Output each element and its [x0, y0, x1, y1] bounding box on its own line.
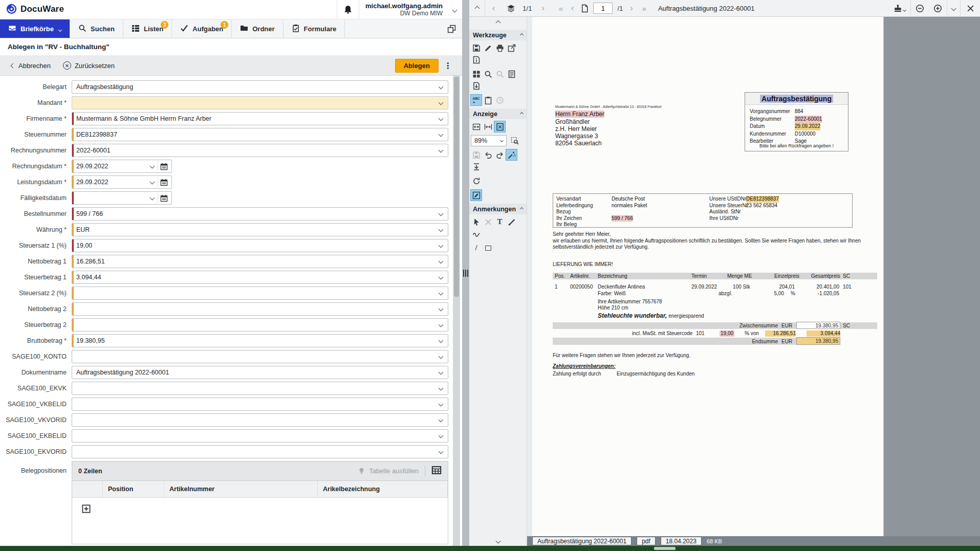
- scroll-end-icon[interactable]: [471, 161, 482, 172]
- edit-annotations-icon[interactable]: [471, 190, 482, 201]
- chevron-down-icon[interactable]: [439, 433, 444, 438]
- panel-header-werkzeuge[interactable]: Werkzeuge: [469, 30, 527, 40]
- save-icon[interactable]: [471, 42, 482, 53]
- more-options-button[interactable]: ⋮: [439, 61, 457, 71]
- download-page-icon[interactable]: [471, 80, 482, 91]
- zoom-level-select[interactable]: 89%: [471, 135, 507, 146]
- field-nettobetrag-1[interactable]: 16.286,51: [72, 255, 448, 268]
- chevron-down-icon[interactable]: [439, 100, 444, 105]
- pane-splitter[interactable]: [462, 0, 469, 546]
- field-sage100-ekbelid[interactable]: [72, 429, 448, 443]
- tab-listen[interactable]: Listen3: [123, 19, 172, 38]
- chevron-down-icon[interactable]: [439, 370, 444, 375]
- rectangle-annotation-icon[interactable]: [483, 243, 493, 253]
- status-file-type[interactable]: pdf: [637, 537, 656, 545]
- last-page-button[interactable]: »: [638, 0, 651, 17]
- chevron-down-icon[interactable]: [150, 164, 155, 169]
- field-steuerbetrag-2[interactable]: [72, 318, 448, 332]
- first-page-button[interactable]: «: [552, 0, 567, 17]
- chevron-down-icon[interactable]: [439, 449, 444, 454]
- field-sage100-vkvorid[interactable]: [72, 413, 448, 427]
- auto-enhance-icon[interactable]: [506, 149, 517, 160]
- area-zoom-icon[interactable]: [509, 135, 520, 146]
- cancel-button[interactable]: Abbrechen: [5, 56, 57, 75]
- field-f-lligkeitsdatum[interactable]: [72, 191, 172, 205]
- print-icon[interactable]: [494, 42, 505, 53]
- field-bestellnummer[interactable]: 599 / 766: [72, 207, 448, 221]
- collapse-panel-icon[interactable]: [520, 112, 524, 116]
- collapse-tools-button[interactable]: [469, 17, 527, 28]
- field-rechnungsdatum[interactable]: 29.09.2022: [72, 160, 172, 173]
- field-belegart[interactable]: Auftragsbestätigung: [72, 80, 448, 94]
- next-page-button[interactable]: ›: [625, 0, 637, 17]
- zoom-in-button[interactable]: [929, 0, 947, 17]
- field-sage100-ekvk[interactable]: [72, 382, 448, 395]
- previous-document-button[interactable]: ‹: [485, 0, 502, 17]
- viewer-more-button[interactable]: [947, 0, 960, 17]
- field-steuersatz-2[interactable]: [72, 286, 448, 300]
- field-bruttobetrag[interactable]: 19.380,95: [72, 334, 448, 347]
- document-page[interactable]: Mustermann & Söhne GmbH - Adlerflychtstr…: [532, 17, 884, 536]
- collapse-panel-icon[interactable]: [520, 207, 524, 211]
- chevron-down-icon[interactable]: [439, 243, 444, 248]
- panel-header-anmerkungen[interactable]: Anmerkungen: [469, 204, 527, 214]
- chevron-down-icon[interactable]: [150, 195, 155, 201]
- column-header-position[interactable]: Position: [103, 481, 164, 497]
- notifications-button[interactable]: [337, 0, 359, 19]
- rotate-right-icon[interactable]: [494, 149, 505, 160]
- table-settings-button[interactable]: [431, 465, 442, 477]
- refresh-view-icon[interactable]: [471, 175, 482, 186]
- calendar-icon[interactable]: [158, 193, 170, 203]
- field-steuersatz-1[interactable]: 19,00: [72, 239, 448, 252]
- chevron-down-icon[interactable]: [439, 275, 444, 280]
- user-menu[interactable]: michael.wolfgang.admin DW Demo MIW: [359, 1, 447, 18]
- calendar-icon[interactable]: [158, 161, 170, 171]
- column-header-arikelbezeichnung[interactable]: Arikelbezeichnung: [318, 481, 448, 497]
- chevron-down-icon[interactable]: [439, 84, 444, 90]
- chevron-down-icon[interactable]: [439, 259, 444, 264]
- field-steuernummer[interactable]: DE812398837: [72, 128, 448, 141]
- chevron-down-icon[interactable]: [439, 306, 444, 312]
- chevron-down-icon[interactable]: [439, 386, 444, 391]
- previous-page-button[interactable]: ‹: [567, 0, 578, 17]
- text-annotation-icon[interactable]: T: [494, 216, 505, 227]
- field-leistungsdatum[interactable]: 29.09.2022: [72, 175, 172, 189]
- form-scrollbar[interactable]: [453, 76, 460, 546]
- chevron-down-icon[interactable]: [439, 148, 444, 153]
- select-annotation-icon[interactable]: [471, 216, 482, 227]
- stamp-button[interactable]: [889, 0, 910, 17]
- chevron-down-icon[interactable]: [439, 227, 444, 232]
- open-in-window-button[interactable]: [441, 19, 462, 38]
- line-annotation-icon[interactable]: /: [471, 243, 482, 253]
- field-mandant[interactable]: [72, 96, 448, 109]
- scroll-tools-down-button[interactable]: [469, 539, 527, 543]
- field-firmenname[interactable]: Mustermann & Söhne GmbH Herrn Franz Arbe…: [72, 112, 448, 125]
- status-document-name[interactable]: Auftragsbestätigung 2022-60001: [532, 537, 631, 545]
- field-rechnungsnummer[interactable]: 2022-60001: [72, 144, 448, 157]
- document-info-icon[interactable]: [471, 54, 482, 65]
- rotate-left-icon[interactable]: [483, 149, 493, 160]
- fit-width-icon[interactable]: [471, 121, 482, 132]
- next-document-button[interactable]: ›: [534, 0, 551, 17]
- field-sage100-ekvorid[interactable]: [72, 445, 448, 458]
- field-sage100-konto[interactable]: [72, 350, 448, 363]
- collapse-panel-icon[interactable]: [520, 33, 524, 37]
- field-sage100-vkbelid[interactable]: [72, 398, 448, 411]
- tab-aufgaben[interactable]: Aufgaben1: [172, 19, 232, 38]
- collapse-toolbar-button[interactable]: [469, 0, 485, 17]
- fit-window-icon[interactable]: [483, 121, 493, 132]
- chevron-down-icon[interactable]: [439, 322, 444, 327]
- page-number-input[interactable]: [593, 3, 613, 14]
- chevron-down-icon[interactable]: [439, 132, 444, 137]
- chevron-down-icon[interactable]: [439, 211, 444, 216]
- store-button[interactable]: Ablegen: [395, 59, 439, 73]
- chevron-down-icon[interactable]: [439, 417, 444, 423]
- fit-page-icon[interactable]: [494, 121, 505, 132]
- chevron-down-icon[interactable]: [439, 116, 444, 121]
- chevron-down-icon[interactable]: [439, 402, 444, 407]
- scrollbar-thumb[interactable]: [454, 77, 459, 297]
- reset-button[interactable]: ✕ Zurücksetzen: [57, 56, 121, 75]
- text-shot-icon[interactable]: [506, 69, 517, 79]
- status-file-date[interactable]: 18.04.2023: [661, 537, 702, 545]
- chevron-down-icon[interactable]: [439, 338, 444, 343]
